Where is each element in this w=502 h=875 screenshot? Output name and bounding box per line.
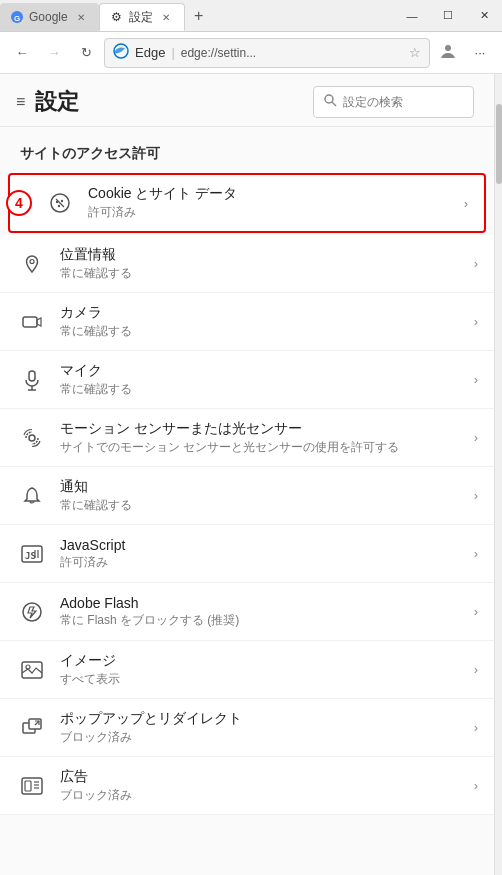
tab-settings-label: 設定 — [129, 9, 153, 26]
more-icon: ··· — [475, 45, 486, 60]
edge-logo-icon — [113, 43, 129, 62]
notification-icon — [16, 480, 48, 512]
notification-chevron-icon: › — [474, 488, 478, 503]
cookie-item-text: Cookie とサイト データ 許可済み — [88, 185, 464, 221]
camera-item-title: カメラ — [60, 304, 474, 322]
camera-chevron-icon: › — [474, 314, 478, 329]
ads-item-subtitle: ブロック済み — [60, 787, 474, 804]
settings-search-input[interactable] — [343, 95, 463, 109]
ads-item-title: 広告 — [60, 768, 474, 786]
close-button[interactable]: ✕ — [466, 0, 502, 32]
ads-item-text: 広告 ブロック済み — [60, 768, 474, 804]
new-tab-button[interactable]: + — [185, 2, 213, 30]
camera-item-text: カメラ 常に確認する — [60, 304, 474, 340]
cookie-icon — [44, 187, 76, 219]
settings-item-cookie[interactable]: 4 Cookie とサイト データ 許可済み › — [8, 173, 486, 233]
images-chevron-icon: › — [474, 662, 478, 677]
flash-item-title: Adobe Flash — [60, 595, 474, 611]
address-field[interactable]: Edge | edge://settin... ☆ — [104, 38, 430, 68]
javascript-item-title: JavaScript — [60, 537, 474, 553]
address-url: edge://settin... — [181, 46, 256, 60]
location-icon — [16, 248, 48, 280]
scrollbar-thumb[interactable] — [496, 104, 502, 184]
svg-point-8 — [56, 201, 58, 203]
settings-item-location[interactable]: 位置情報 常に確認する › — [0, 235, 494, 293]
scrollbar-track[interactable] — [494, 74, 502, 875]
google-favicon-icon: G — [10, 10, 24, 24]
tab-google-label: Google — [29, 10, 68, 24]
images-item-subtitle: すべて表示 — [60, 671, 474, 688]
location-item-subtitle: 常に確認する — [60, 265, 474, 282]
tab-group: G Google ✕ ⚙ 設定 ✕ + — [0, 0, 394, 31]
svg-line-5 — [332, 102, 336, 106]
search-icon — [324, 94, 337, 110]
settings-item-popup[interactable]: ポップアップとリダイレクト ブロック済み › — [0, 699, 494, 757]
account-button[interactable] — [434, 39, 462, 67]
tab-settings-close[interactable]: ✕ — [158, 9, 174, 25]
flash-icon — [16, 596, 48, 628]
settings-item-notification[interactable]: 通知 常に確認する › — [0, 467, 494, 525]
svg-point-11 — [30, 259, 34, 263]
forward-icon: → — [48, 45, 61, 60]
address-edge-label: Edge — [135, 45, 165, 60]
camera-icon — [16, 306, 48, 338]
refresh-icon: ↻ — [81, 45, 92, 60]
cookie-item-title: Cookie とサイト データ — [88, 185, 464, 203]
settings-item-ads[interactable]: 広告 ブロック済み › — [0, 757, 494, 815]
popup-icon — [16, 712, 48, 744]
camera-item-subtitle: 常に確認する — [60, 323, 474, 340]
maximize-button[interactable]: ☐ — [430, 0, 466, 32]
popup-item-title: ポップアップとリダイレクト — [60, 710, 474, 728]
location-item-title: 位置情報 — [60, 246, 474, 264]
forward-button[interactable]: → — [40, 39, 68, 67]
svg-text:G: G — [14, 14, 20, 23]
mic-chevron-icon: › — [474, 372, 478, 387]
svg-text:JS: JS — [25, 551, 36, 561]
address-separator: | — [171, 45, 174, 60]
flash-chevron-icon: › — [474, 604, 478, 619]
popup-item-subtitle: ブロック済み — [60, 729, 474, 746]
settings-item-camera[interactable]: カメラ 常に確認する › — [0, 293, 494, 351]
tab-google-close[interactable]: ✕ — [73, 9, 89, 25]
settings-search-box[interactable] — [313, 86, 474, 118]
titlebar: G Google ✕ ⚙ 設定 ✕ + — ☐ ✕ — [0, 0, 502, 32]
location-item-text: 位置情報 常に確認する — [60, 246, 474, 282]
svg-rect-12 — [23, 317, 37, 327]
main-content: ≡ 設定 サイトのアクセス許可 4 — [0, 74, 502, 875]
settings-page-title: 設定 — [35, 87, 79, 117]
svg-rect-28 — [25, 781, 31, 791]
mic-item-title: マイク — [60, 362, 474, 380]
images-item-title: イメージ — [60, 652, 474, 670]
settings-item-mic[interactable]: マイク 常に確認する › — [0, 351, 494, 409]
svg-point-10 — [58, 205, 60, 207]
tab-settings[interactable]: ⚙ 設定 ✕ — [99, 3, 185, 31]
javascript-icon: JS — [16, 538, 48, 570]
settings-item-javascript[interactable]: JS JavaScript 許可済み › — [0, 525, 494, 583]
flash-item-text: Adobe Flash 常に Flash をブロックする (推奨) — [60, 595, 474, 629]
settings-header: ≡ 設定 — [0, 74, 494, 127]
more-button[interactable]: ··· — [466, 39, 494, 67]
settings-item-flash[interactable]: Adobe Flash 常に Flash をブロックする (推奨) › — [0, 583, 494, 641]
account-icon — [440, 43, 456, 62]
back-icon: ← — [16, 45, 29, 60]
minimize-button[interactable]: — — [394, 0, 430, 32]
hamburger-icon[interactable]: ≡ — [16, 93, 25, 111]
step-badge-4: 4 — [6, 190, 32, 216]
popup-item-text: ポップアップとリダイレクト ブロック済み — [60, 710, 474, 746]
tab-google[interactable]: G Google ✕ — [0, 3, 99, 31]
refresh-button[interactable]: ↻ — [72, 39, 100, 67]
flash-item-subtitle: 常に Flash をブロックする (推奨) — [60, 612, 474, 629]
star-icon[interactable]: ☆ — [409, 45, 421, 60]
notification-item-text: 通知 常に確認する — [60, 478, 474, 514]
motion-chevron-icon: › — [474, 430, 478, 445]
javascript-item-subtitle: 許可済み — [60, 554, 474, 571]
cookie-item-subtitle: 許可済み — [88, 204, 464, 221]
settings-item-images[interactable]: イメージ すべて表示 › — [0, 641, 494, 699]
javascript-item-text: JavaScript 許可済み — [60, 537, 474, 571]
motion-item-title: モーション センサーまたは光センサー — [60, 420, 474, 438]
settings-item-motion[interactable]: モーション センサーまたは光センサー サイトでのモーション センサーと光センサー… — [0, 409, 494, 467]
svg-point-3 — [445, 45, 451, 51]
back-button[interactable]: ← — [8, 39, 36, 67]
ads-chevron-icon: › — [474, 778, 478, 793]
location-chevron-icon: › — [474, 256, 478, 271]
